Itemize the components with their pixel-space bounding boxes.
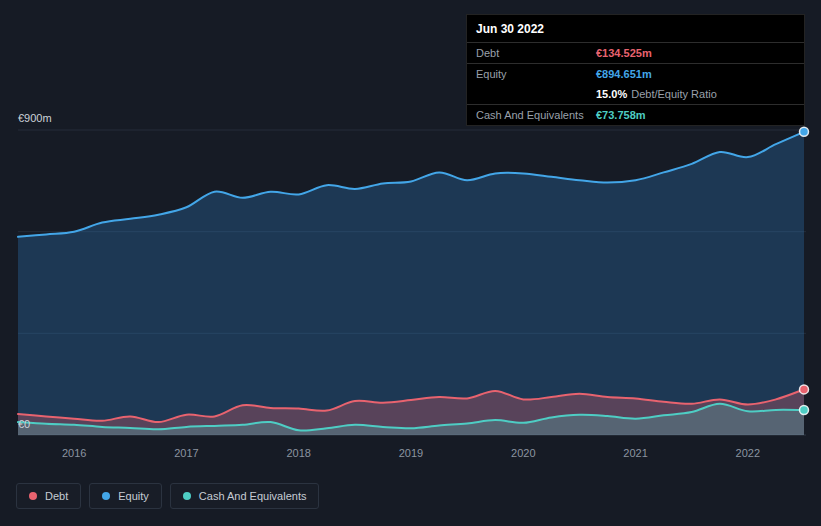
y-axis-zero-label: €0 [18,418,30,430]
tooltip-debt-value: €134.525m [596,47,652,59]
chart-tooltip: Jun 30 2022 Debt €134.525m Equity €894.6… [466,14,805,126]
x-tick-label-2021: 2021 [623,447,647,459]
tooltip-ratio-percent: 15.0% [596,88,627,100]
debt-equity-history-panel: €900m€02016201720182019202020212022 Jun … [0,0,821,526]
tooltip-cash-value: €73.758m [596,109,646,121]
tooltip-row-ratio: 15.0%Debt/Equity Ratio [467,84,804,105]
legend-label-debt: Debt [45,490,68,502]
y-axis-max-label: €900m [18,112,52,124]
tooltip-row-equity: Equity €894.651m [467,64,804,84]
x-tick-label-2022: 2022 [736,447,760,459]
x-tick-label-2020: 2020 [511,447,535,459]
debt-end-marker[interactable] [800,385,809,394]
legend-dot-debt-icon [29,492,37,500]
tooltip-date: Jun 30 2022 [467,15,804,43]
x-tick-label-2019: 2019 [399,447,423,459]
legend-label-equity: Equity [118,490,149,502]
tooltip-row-cash: Cash And Equivalents €73.758m [467,105,804,125]
x-tick-label-2016: 2016 [62,447,86,459]
tooltip-ratio-value: 15.0%Debt/Equity Ratio [596,88,717,100]
cash-and-equivalents-end-marker[interactable] [800,406,809,415]
tooltip-debt-label: Debt [476,47,596,59]
legend-item-cash[interactable]: Cash And Equivalents [170,483,320,509]
legend-dot-equity-icon [102,492,110,500]
legend-label-cash: Cash And Equivalents [199,490,307,502]
legend-item-equity[interactable]: Equity [89,483,162,509]
tooltip-ratio-text: Debt/Equity Ratio [631,88,717,100]
equity-area [18,132,804,435]
x-tick-label-2017: 2017 [174,447,198,459]
tooltip-equity-value: €894.651m [596,68,652,80]
legend-item-debt[interactable]: Debt [16,483,81,509]
chart-legend: Debt Equity Cash And Equivalents [16,483,319,509]
tooltip-row-debt: Debt €134.525m [467,43,804,64]
tooltip-equity-label: Equity [476,68,596,80]
x-tick-label-2018: 2018 [286,447,310,459]
equity-end-marker[interactable] [800,127,809,136]
legend-dot-cash-icon [183,492,191,500]
tooltip-cash-label: Cash And Equivalents [476,109,596,121]
